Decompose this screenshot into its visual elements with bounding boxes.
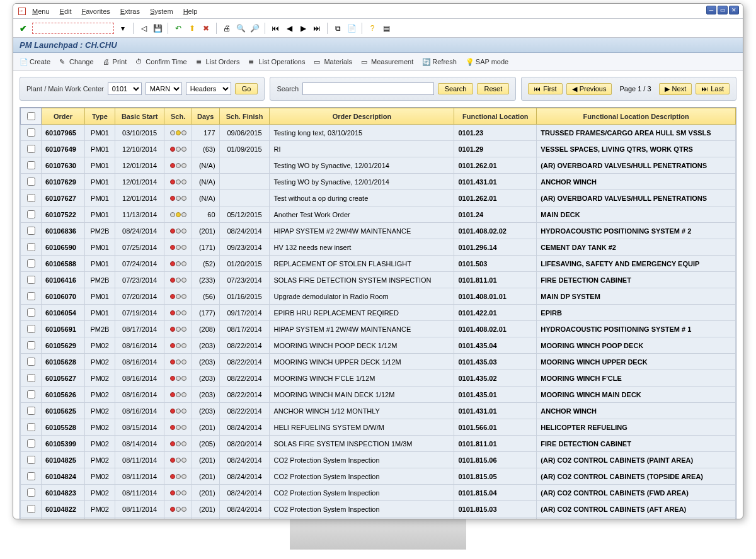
shortcut-icon[interactable]: 📄 [346, 23, 357, 33]
row-checkbox[interactable] [27, 472, 35, 480]
back-icon[interactable]: ◁ [139, 23, 149, 33]
col-sch-finish[interactable]: Sch. Finish [219, 108, 270, 125]
row-checkbox[interactable] [27, 178, 35, 186]
save-icon[interactable]: 💾 [152, 23, 163, 33]
enter-icon[interactable]: ✔ [18, 23, 28, 33]
list-operations-button[interactable]: ≣List Operations [248, 58, 305, 65]
back-arrow-icon[interactable]: ↶ [173, 23, 183, 33]
command-field[interactable] [32, 23, 114, 34]
row-checkbox[interactable] [27, 259, 35, 268]
search-input[interactable] [302, 82, 433, 95]
table-row[interactable]: 60107629PM0112/01/2014(N/A)Testing WO by… [21, 174, 736, 190]
row-checkbox[interactable] [27, 227, 35, 235]
col-type[interactable]: Type [85, 108, 115, 125]
materials-button[interactable]: ▭Materials [314, 58, 352, 65]
table-row[interactable]: 60107649PM0112/10/2014(63)01/09/2015RI01… [21, 141, 736, 157]
minimize-button[interactable]: ─ [706, 6, 716, 14]
first-button[interactable]: ⏮ First [528, 83, 562, 94]
row-checkbox[interactable] [27, 407, 35, 415]
row-checkbox[interactable] [27, 210, 35, 218]
list-orders-button[interactable]: ≣List Orders [196, 58, 240, 65]
col-basic-start[interactable]: Basic Start [115, 108, 164, 125]
reset-button[interactable]: Reset [477, 83, 509, 94]
go-button[interactable]: Go [235, 83, 258, 94]
table-row[interactable]: 60107630PM0112/01/2014(N/A)Testing WO by… [21, 157, 736, 174]
table-row[interactable]: 60106070PM0107/20/2014(56)01/16/2015Upgr… [21, 288, 736, 305]
row-checkbox[interactable] [27, 243, 35, 251]
last-button[interactable]: ⏭ Last [696, 83, 730, 94]
col-functional-location[interactable]: Functional Location [454, 108, 537, 125]
col-order[interactable]: Order [42, 108, 85, 125]
table-row[interactable]: 60106590PM0107/25/2014(171)09/23/2014HV … [21, 239, 736, 256]
row-checkbox[interactable] [27, 488, 35, 497]
print-button[interactable]: 🖨Print [103, 58, 127, 65]
first-page-icon[interactable]: ⏮ [270, 23, 280, 33]
table-row[interactable]: 60105629PM0208/16/2014(203)08/22/2014MOO… [21, 337, 736, 354]
change-button[interactable]: ✎Change [59, 58, 94, 65]
cancel-icon[interactable]: ✖ [201, 23, 211, 33]
workcenter-select[interactable]: MARN [146, 82, 182, 95]
table-row[interactable]: 60105625PM0208/16/2014(203)08/22/2014ANC… [21, 403, 736, 419]
menu-system[interactable]: System [150, 8, 173, 15]
row-checkbox[interactable] [27, 308, 35, 317]
table-row[interactable]: 60105628PM0208/16/2014(203)08/22/2014MOO… [21, 354, 736, 370]
find-icon[interactable]: 🔍 [236, 23, 246, 33]
row-checkbox[interactable] [27, 276, 35, 284]
print-icon[interactable]: 🖨 [222, 23, 232, 33]
row-checkbox[interactable] [27, 325, 35, 333]
table-row[interactable]: 60104821PM0208/11/2014(201)08/24/2014CO2… [21, 517, 736, 520]
table-row[interactable]: 60106836PM2B08/24/2014(201)08/24/2014HIP… [21, 223, 736, 239]
new-session-icon[interactable]: ⧉ [333, 23, 343, 33]
table-row[interactable]: 60104822PM0208/11/2014(201)08/24/2014CO2… [21, 501, 736, 517]
row-checkbox[interactable] [27, 194, 35, 202]
menu-menu[interactable]: Menu [32, 8, 50, 15]
row-checkbox[interactable] [27, 439, 35, 448]
next-button[interactable]: ▶ Next [659, 83, 692, 95]
table-row[interactable]: 60104824PM0208/11/2014(201)08/24/2014CO2… [21, 468, 736, 485]
table-row[interactable]: 60106416PM2B07/23/2014(233)07/23/2014SOL… [21, 272, 736, 288]
col-order-description[interactable]: Order Description [270, 108, 454, 125]
row-checkbox[interactable] [27, 505, 35, 513]
plant-select[interactable]: 0101 [108, 82, 142, 95]
close-button[interactable]: ✕ [729, 6, 739, 14]
menu-edit[interactable]: Edit [60, 8, 72, 15]
row-checkbox[interactable] [27, 161, 35, 169]
menu-help[interactable]: Help [183, 8, 198, 15]
row-checkbox[interactable] [27, 390, 35, 398]
table-row[interactable]: 60107522PM0111/13/20146005/12/2015Anothe… [21, 206, 736, 223]
help-icon[interactable]: ? [367, 23, 377, 33]
menu-extras[interactable]: Extras [120, 8, 140, 15]
confirm-time-button[interactable]: ⏱Confirm Time [135, 58, 186, 65]
maximize-button[interactable]: ▭ [718, 6, 728, 14]
select-all-checkbox[interactable] [27, 112, 35, 120]
table-row[interactable]: 60104825PM0208/11/2014(201)08/24/2014CO2… [21, 452, 736, 468]
table-row[interactable]: 60106054PM0107/19/2014(177)09/17/2014EPI… [21, 305, 736, 321]
exit-icon[interactable]: ⬆ [187, 23, 197, 33]
last-page-icon[interactable]: ⏭ [312, 23, 322, 33]
col-days[interactable]: Days [192, 108, 219, 125]
row-checkbox[interactable] [27, 292, 35, 300]
table-row[interactable]: 60104823PM0208/11/2014(201)08/24/2014CO2… [21, 485, 736, 501]
menu-favorites[interactable]: Favorites [82, 8, 110, 15]
row-checkbox[interactable] [27, 423, 35, 431]
col-functional-location-description[interactable]: Functional Location Description [537, 108, 736, 125]
row-checkbox[interactable] [27, 358, 35, 366]
row-checkbox[interactable] [27, 128, 35, 137]
create-button[interactable]: 📄Create [20, 58, 50, 65]
table-row[interactable]: 60106588PM0107/24/2014(52)01/20/2015REPL… [21, 256, 736, 272]
find-next-icon[interactable]: 🔎 [249, 23, 260, 33]
table-row[interactable]: 60107627PM0112/01/2014(N/A)Test without … [21, 190, 736, 206]
row-checkbox[interactable] [27, 374, 35, 382]
row-checkbox[interactable] [27, 341, 35, 349]
table-row[interactable]: 60105626PM0208/16/2014(203)08/22/2014MOO… [21, 387, 736, 403]
refresh-button[interactable]: 🔄Refresh [422, 58, 457, 65]
table-row[interactable]: 60105399PM0208/14/2014(205)08/20/2014SOL… [21, 436, 736, 452]
sap-mode-button[interactable]: 💡SAP mode [466, 58, 508, 65]
search-button[interactable]: Search [438, 83, 474, 94]
dropdown-icon[interactable]: ▾ [118, 23, 128, 33]
col-checkbox[interactable] [21, 108, 42, 125]
prev-button[interactable]: ◀ Previous [566, 83, 612, 95]
row-checkbox[interactable] [27, 456, 35, 464]
col-sch-[interactable]: Sch. [164, 108, 192, 125]
mode-select[interactable]: Headers [186, 82, 231, 95]
